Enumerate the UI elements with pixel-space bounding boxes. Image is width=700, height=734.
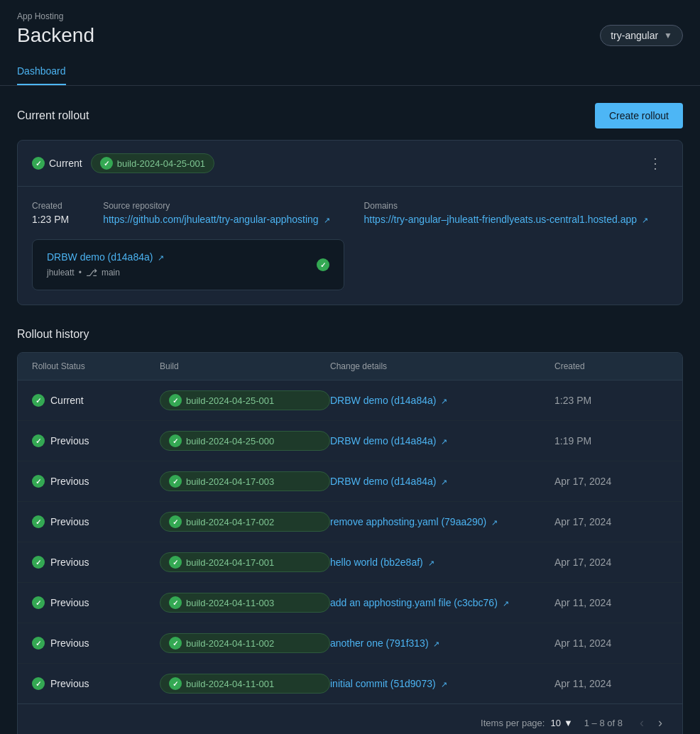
tab-dashboard[interactable]: Dashboard (17, 58, 66, 85)
commit-info: DRBW demo (d14a84a) ↗ jhuleatt • ⎇ main (47, 251, 164, 278)
row-build-id: build-2024-04-11-003 (186, 598, 274, 608)
row-status-icon (32, 394, 45, 407)
per-page-chevron-icon: ▼ (564, 718, 573, 728)
row-change: initial commit (51d9073) ↗ (330, 678, 554, 689)
app-hosting-label: App Hosting (17, 11, 683, 21)
row-change-link[interactable]: DRBW demo (d14a84a) (330, 435, 436, 447)
row-build-badge: build-2024-04-17-003 (160, 471, 330, 491)
row-change-external-icon: ↗ (491, 518, 498, 527)
created-label: Created (32, 201, 69, 211)
row-build-icon (169, 637, 182, 650)
row-build-id: build-2024-04-25-001 (186, 395, 274, 406)
backend-header: Backend try-angular ▼ (17, 24, 683, 47)
row-status: Current (32, 394, 160, 407)
row-created: Apr 17, 2024 (554, 476, 668, 487)
row-change-external-icon: ↗ (441, 680, 447, 689)
domains-url-link[interactable]: https://try-angular–jhuleatt-friendlyeat… (364, 214, 637, 225)
row-status-label: Previous (50, 516, 89, 527)
row-change-external-icon: ↗ (428, 559, 434, 567)
row-build-icon (169, 394, 182, 407)
row-change-link[interactable]: another one (791f313) (330, 637, 429, 649)
row-change-external-icon: ↗ (441, 478, 447, 486)
next-page-button[interactable]: › (652, 713, 668, 733)
rollout-header-left: Current build-2024-04-25-001 (32, 153, 214, 173)
row-build-badge: build-2024-04-11-001 (160, 674, 330, 694)
commit-check-icon (317, 258, 329, 271)
row-created: 1:19 PM (554, 435, 668, 447)
table-row[interactable]: Previous build-2024-04-17-002 remove app… (18, 502, 682, 542)
row-build-id: build-2024-04-17-003 (186, 476, 274, 487)
row-build: build-2024-04-11-001 (160, 674, 330, 694)
table-row[interactable]: Previous build-2024-04-11-001 initial co… (18, 664, 682, 703)
row-change-external-icon: ↗ (433, 640, 439, 648)
current-build-id: build-2024-04-25-001 (117, 158, 205, 169)
table-row[interactable]: Previous build-2024-04-17-001 hello worl… (18, 542, 682, 583)
row-status-icon (32, 434, 45, 447)
row-status: Previous (32, 637, 160, 650)
row-change: DRBW demo (d14a84a) ↗ (330, 395, 554, 406)
row-status: Previous (32, 434, 160, 447)
row-build: build-2024-04-17-001 (160, 552, 330, 572)
row-change-external-icon: ↗ (441, 437, 447, 446)
meta-source: Source repository https://github.com/jhu… (103, 201, 329, 225)
table-header: Rollout Status Build Change details Crea… (18, 353, 682, 380)
row-status-label: Previous (50, 557, 89, 568)
current-rollout-header: Current rollout Create rollout (17, 103, 683, 128)
row-change-external-icon: ↗ (441, 397, 447, 405)
row-created: Apr 17, 2024 (554, 516, 668, 527)
row-build-icon (169, 677, 182, 690)
create-rollout-button[interactable]: Create rollout (595, 103, 683, 128)
row-change-link[interactable]: remove apphosting.yaml (79aa290) (330, 516, 486, 527)
row-change-link[interactable]: add an apphosting.yaml file (c3cbc76) (330, 597, 498, 608)
table-row[interactable]: Previous build-2024-04-11-003 add an app… (18, 583, 682, 623)
row-build-badge: build-2024-04-25-001 (160, 390, 330, 410)
commit-link-row: DRBW demo (d14a84a) ↗ (47, 251, 164, 263)
commit-external-icon: ↗ (158, 253, 164, 262)
table-row[interactable]: Previous build-2024-04-25-000 DRBW demo … (18, 421, 682, 461)
more-options-icon[interactable]: ⋮ (642, 152, 668, 175)
row-created: 1:23 PM (554, 395, 668, 406)
source-external-icon: ↗ (324, 216, 330, 224)
items-per-page: Items per page: 10 ▼ (481, 718, 573, 728)
row-build: build-2024-04-25-000 (160, 431, 330, 451)
created-value: 1:23 PM (32, 214, 69, 225)
row-build-id: build-2024-04-25-000 (186, 436, 274, 447)
commit-user: jhuleatt (47, 268, 75, 278)
row-change-link[interactable]: initial commit (51d9073) (330, 678, 436, 689)
row-build: build-2024-04-11-003 (160, 593, 330, 613)
row-change-link[interactable]: DRBW demo (d14a84a) (330, 395, 436, 406)
th-change: Change details (330, 361, 554, 371)
pagination-buttons: ‹ › (634, 713, 668, 733)
row-status-icon (32, 596, 45, 609)
row-status-label: Previous (50, 476, 89, 487)
row-status: Previous (32, 677, 160, 690)
status-check-icon (32, 157, 45, 170)
rollout-card-body: Created 1:23 PM Source repository https:… (18, 187, 682, 305)
current-status-badge: Current (32, 157, 82, 170)
tab-bar: Dashboard (17, 58, 683, 85)
branch-icon: ⎇ (86, 267, 97, 278)
row-build-badge: build-2024-04-11-002 (160, 633, 330, 653)
row-build-id: build-2024-04-11-001 (186, 679, 274, 689)
table-row[interactable]: Previous build-2024-04-17-003 DRBW demo … (18, 461, 682, 502)
row-change-link[interactable]: hello world (bb2e8af) (330, 557, 423, 568)
source-url-link[interactable]: https://github.com/jhuleatt/try-angular-… (103, 214, 319, 225)
per-page-select[interactable]: 10 ▼ (550, 718, 572, 728)
row-change-link[interactable]: DRBW demo (d14a84a) (330, 476, 436, 487)
row-build: build-2024-04-17-002 (160, 512, 330, 532)
commit-link[interactable]: DRBW demo (d14a84a) (47, 251, 153, 263)
branch-selector[interactable]: try-angular ▼ (600, 25, 683, 46)
meta-created: Created 1:23 PM (32, 201, 69, 225)
table-row[interactable]: Previous build-2024-04-11-002 another on… (18, 623, 682, 664)
meta-domains: Domains https://try-angular–jhuleatt-fri… (364, 201, 648, 225)
row-build-icon (169, 475, 182, 488)
row-build-badge: build-2024-04-17-001 (160, 552, 330, 572)
row-build: build-2024-04-25-001 (160, 390, 330, 410)
row-created: Apr 11, 2024 (554, 678, 668, 689)
table-body: Current build-2024-04-25-001 DRBW demo (… (18, 380, 682, 703)
row-build: build-2024-04-11-002 (160, 633, 330, 653)
row-created: Apr 17, 2024 (554, 557, 668, 568)
table-row[interactable]: Current build-2024-04-25-001 DRBW demo (… (18, 380, 682, 421)
chevron-down-icon: ▼ (664, 31, 672, 40)
prev-page-button[interactable]: ‹ (634, 713, 650, 733)
